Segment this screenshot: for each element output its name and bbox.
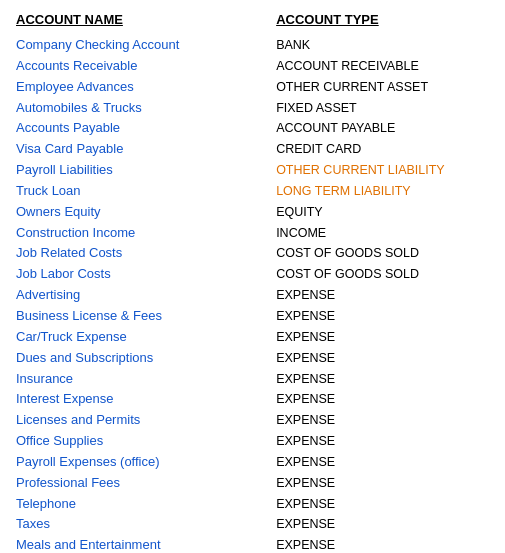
table-row: Business License & FeesEXPENSE <box>16 306 489 327</box>
account-type-cell: INCOME <box>276 224 489 243</box>
account-type-cell: COST OF GOODS SOLD <box>276 244 489 263</box>
account-type-cell: EXPENSE <box>276 536 489 553</box>
account-type-cell: EXPENSE <box>276 390 489 409</box>
account-name-cell[interactable]: Car/Truck Expense <box>16 328 276 347</box>
account-type-cell: OTHER CURRENT LIABILITY <box>276 161 489 180</box>
table-row: Employee AdvancesOTHER CURRENT ASSET <box>16 77 489 98</box>
account-name-cell[interactable]: Dues and Subscriptions <box>16 349 276 368</box>
table-row: Owners EquityEQUITY <box>16 202 489 223</box>
account-name-cell[interactable]: Payroll Expenses (office) <box>16 453 276 472</box>
account-name-cell[interactable]: Employee Advances <box>16 78 276 97</box>
account-name-cell[interactable]: Truck Loan <box>16 182 276 201</box>
account-name-cell[interactable]: Licenses and Permits <box>16 411 276 430</box>
table-row: Company Checking AccountBANK <box>16 35 489 56</box>
table-row: Accounts PayableACCOUNT PAYABLE <box>16 118 489 139</box>
table-row: AdvertisingEXPENSE <box>16 285 489 306</box>
table-row: Job Labor CostsCOST OF GOODS SOLD <box>16 264 489 285</box>
account-name-cell[interactable]: Job Labor Costs <box>16 265 276 284</box>
account-name-cell[interactable]: Telephone <box>16 495 276 514</box>
table-row: Office SuppliesEXPENSE <box>16 431 489 452</box>
account-type-cell: EXPENSE <box>276 370 489 389</box>
table-row: Interest ExpenseEXPENSE <box>16 389 489 410</box>
account-type-header: ACCOUNT TYPE <box>276 12 489 27</box>
account-type-cell: EXPENSE <box>276 515 489 534</box>
account-type-cell: ACCOUNT PAYABLE <box>276 119 489 138</box>
account-type-cell: COST OF GOODS SOLD <box>276 265 489 284</box>
account-name-cell[interactable]: Payroll Liabilities <box>16 161 276 180</box>
table-row: Automobiles & TrucksFIXED ASSET <box>16 98 489 119</box>
table-row: Visa Card PayableCREDIT CARD <box>16 139 489 160</box>
account-name-header: ACCOUNT NAME <box>16 12 276 27</box>
account-type-cell: ACCOUNT RECEIVABLE <box>276 57 489 76</box>
account-type-cell: EXPENSE <box>276 453 489 472</box>
account-name-cell[interactable]: Accounts Payable <box>16 119 276 138</box>
account-type-cell: EXPENSE <box>276 411 489 430</box>
account-type-cell: EXPENSE <box>276 349 489 368</box>
table-row: Construction IncomeINCOME <box>16 223 489 244</box>
account-name-cell[interactable]: Insurance <box>16 370 276 389</box>
account-name-cell[interactable]: Professional Fees <box>16 474 276 493</box>
account-name-cell[interactable]: Automobiles & Trucks <box>16 99 276 118</box>
account-name-cell[interactable]: Company Checking Account <box>16 36 276 55</box>
table-row: Job Related CostsCOST OF GOODS SOLD <box>16 243 489 264</box>
account-name-cell[interactable]: Meals and Entertainment <box>16 536 276 553</box>
account-name-cell[interactable]: Taxes <box>16 515 276 534</box>
account-type-cell: FIXED ASSET <box>276 99 489 118</box>
table-row: InsuranceEXPENSE <box>16 369 489 390</box>
account-type-cell: EXPENSE <box>276 495 489 514</box>
account-name-cell[interactable]: Owners Equity <box>16 203 276 222</box>
account-name-cell[interactable]: Office Supplies <box>16 432 276 451</box>
account-type-cell: LONG TERM LIABILITY <box>276 182 489 201</box>
account-name-cell[interactable]: Business License & Fees <box>16 307 276 326</box>
account-name-cell[interactable]: Interest Expense <box>16 390 276 409</box>
table-row: TelephoneEXPENSE <box>16 494 489 515</box>
table-row: Accounts ReceivableACCOUNT RECEIVABLE <box>16 56 489 77</box>
account-type-cell: EXPENSE <box>276 432 489 451</box>
account-name-cell[interactable]: Construction Income <box>16 224 276 243</box>
table-row: TaxesEXPENSE <box>16 514 489 535</box>
table-row: Professional FeesEXPENSE <box>16 473 489 494</box>
account-type-cell: EQUITY <box>276 203 489 222</box>
account-type-cell: BANK <box>276 36 489 55</box>
table-row: Car/Truck ExpenseEXPENSE <box>16 327 489 348</box>
table-row: Payroll LiabilitiesOTHER CURRENT LIABILI… <box>16 160 489 181</box>
account-type-cell: EXPENSE <box>276 307 489 326</box>
account-name-cell[interactable]: Accounts Receivable <box>16 57 276 76</box>
table-body: Company Checking AccountBANKAccounts Rec… <box>16 35 489 553</box>
table-row: Payroll Expenses (office)EXPENSE <box>16 452 489 473</box>
account-name-cell[interactable]: Advertising <box>16 286 276 305</box>
account-name-cell[interactable]: Visa Card Payable <box>16 140 276 159</box>
table-row: Licenses and PermitsEXPENSE <box>16 410 489 431</box>
account-type-cell: CREDIT CARD <box>276 140 489 159</box>
accounts-table: ACCOUNT NAME ACCOUNT TYPE Company Checki… <box>16 12 489 553</box>
table-row: Meals and EntertainmentEXPENSE <box>16 535 489 553</box>
table-row: Truck LoanLONG TERM LIABILITY <box>16 181 489 202</box>
account-name-cell[interactable]: Job Related Costs <box>16 244 276 263</box>
account-type-cell: OTHER CURRENT ASSET <box>276 78 489 97</box>
account-type-cell: EXPENSE <box>276 286 489 305</box>
account-type-cell: EXPENSE <box>276 474 489 493</box>
account-type-cell: EXPENSE <box>276 328 489 347</box>
table-header: ACCOUNT NAME ACCOUNT TYPE <box>16 12 489 29</box>
table-row: Dues and SubscriptionsEXPENSE <box>16 348 489 369</box>
